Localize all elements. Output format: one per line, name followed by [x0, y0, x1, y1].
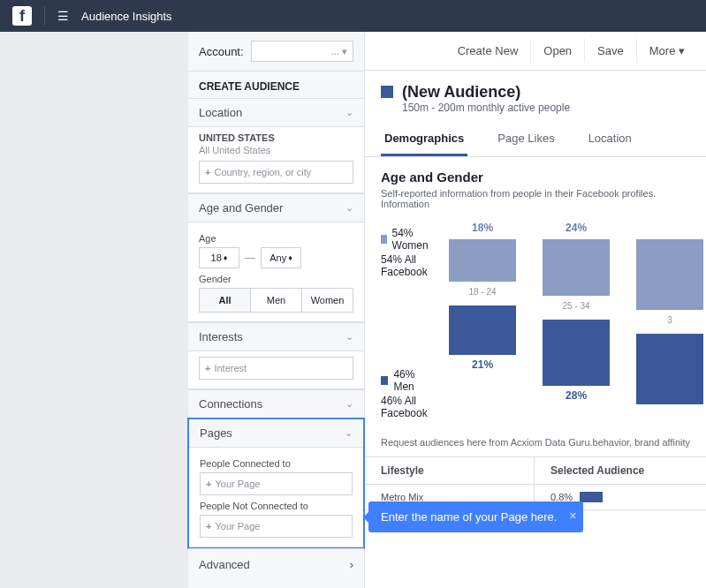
create-new-button[interactable]: Create New: [445, 39, 531, 63]
create-audience-heading: CREATE AUDIENCE: [188, 72, 364, 98]
women-bar-pct: 18%: [472, 222, 493, 236]
plus-icon: +: [205, 167, 210, 177]
x-label: 18 - 24: [469, 287, 497, 297]
plus-icon: +: [206, 521, 211, 531]
age-min-select[interactable]: 18♦: [199, 247, 239, 268]
chevron-down-icon: ⌄: [345, 427, 353, 439]
toolbar: Create New Open Save More ▾: [365, 32, 706, 71]
callout-text: Enter the name of your Page here.: [381, 510, 557, 524]
not-connected-label: People Not Connected to: [200, 501, 353, 511]
tabs: Demographics Page Likes Location: [365, 123, 706, 157]
account-select[interactable]: ... ▾: [251, 41, 353, 62]
section-connections[interactable]: Connections⌄: [188, 390, 364, 418]
section-pages[interactable]: Pages⌄: [189, 419, 363, 447]
gender-buttons: All Men Women: [199, 288, 353, 313]
audience-title: (New Audience): [402, 83, 570, 102]
th-selected-audience[interactable]: Selected Audience: [535, 457, 706, 484]
location-country: UNITED STATES: [199, 132, 353, 143]
open-button[interactable]: Open: [530, 39, 584, 63]
plus-icon: +: [205, 363, 210, 373]
divider: [44, 6, 45, 26]
close-icon[interactable]: ×: [569, 509, 576, 523]
age-gender-panel: Age 18♦ — Any♦ Gender All Men Women: [188, 222, 364, 321]
interest-input[interactable]: +Interest: [199, 357, 353, 380]
gender-men[interactable]: Men: [251, 289, 302, 312]
caret-down-icon: ▾: [679, 44, 685, 57]
men-bar: [449, 305, 516, 355]
women-sub: 54% All Facebook: [381, 253, 431, 278]
mini-bar: [580, 492, 603, 502]
men-legend-icon: [381, 376, 388, 385]
chevron-down-icon: ⌄: [345, 202, 353, 214]
gender-all[interactable]: All: [200, 289, 251, 312]
age-gender-desc: Self-reported information from people in…: [381, 188, 690, 209]
sidebar: Account: ... ▾ CREATE AUDIENCE Location⌄…: [188, 32, 365, 588]
section-interests[interactable]: Interests⌄: [188, 323, 364, 351]
location-panel: UNITED STATES All United States +Country…: [188, 126, 364, 192]
women-legend-icon: [381, 235, 387, 244]
save-button[interactable]: Save: [584, 39, 636, 63]
arrow-left-icon: [365, 512, 368, 523]
audience-meta: 150m - 200m monthly active people: [402, 102, 570, 114]
chevron-down-icon: ⌄: [345, 331, 353, 343]
chevron-down-icon: ⌄: [345, 107, 353, 118]
men-bar-pct: 21%: [472, 358, 493, 371]
interests-panel: +Interest: [188, 351, 364, 388]
chevron-right-icon: ›: [350, 558, 353, 571]
menu-icon[interactable]: ☰: [57, 9, 69, 23]
bar-col: 18%18 - 2421%: [449, 222, 516, 421]
age-label: Age: [199, 233, 353, 244]
men-bar: [636, 334, 703, 404]
chevron-down-icon: ⌄: [345, 398, 353, 410]
women-bar: [449, 239, 516, 282]
bar-col: 24%25 - 3428%: [543, 222, 610, 421]
men-bar-pct: 28%: [566, 389, 587, 402]
section-age-gender[interactable]: Age and Gender⌄: [188, 194, 364, 222]
connected-label: People Connected to: [200, 458, 353, 469]
location-input[interactable]: +Country, region, or city: [199, 161, 353, 184]
connected-page-input[interactable]: +Your Page: [200, 472, 353, 495]
th-lifestyle[interactable]: Lifestyle: [365, 457, 535, 484]
men-pct: 46% Men: [393, 368, 431, 393]
gender-label: Gender: [199, 274, 353, 284]
men-sub: 46% All Facebook: [381, 395, 431, 419]
pages-panel: People Connected to +Your Page People No…: [189, 447, 363, 547]
section-advanced[interactable]: Advanced›: [188, 548, 364, 580]
location-summary: All United States: [199, 145, 353, 155]
women-bar: [636, 239, 703, 310]
tooltip-callout: Enter the name of your Page here. ×: [368, 501, 583, 532]
facebook-logo-icon[interactable]: f: [12, 6, 32, 26]
page-title: Audience Insights: [81, 10, 172, 23]
section-location[interactable]: Location⌄: [188, 99, 364, 126]
gender-women[interactable]: Women: [302, 289, 353, 312]
women-bar-pct: 24%: [566, 222, 587, 236]
topbar: f ☰ Audience Insights: [0, 0, 706, 32]
bar-col: 3: [636, 222, 703, 421]
men-bar: [543, 320, 610, 386]
tab-location[interactable]: Location: [585, 123, 635, 156]
account-row: Account: ... ▾: [188, 32, 364, 72]
tab-demographics[interactable]: Demographics: [381, 123, 467, 156]
women-bar: [543, 239, 610, 296]
women-pct: 54% Women: [392, 227, 432, 252]
not-connected-page-input[interactable]: +Your Page: [200, 515, 353, 538]
audience-header: (New Audience) 150m - 200m monthly activ…: [365, 71, 706, 123]
age-max-select[interactable]: Any♦: [261, 247, 301, 268]
dash: —: [245, 252, 255, 264]
left-gutter: [0, 32, 188, 588]
age-gender-section: Age and Gender Self-reported information…: [365, 157, 706, 433]
age-gender-title: Age and Gender: [381, 170, 690, 185]
x-label: 25 - 34: [563, 301, 590, 311]
account-label: Account:: [199, 45, 244, 58]
chart: 54% Women 54% All Facebook 46% Men 46% A…: [381, 222, 690, 421]
more-button[interactable]: More ▾: [636, 39, 697, 63]
plus-icon: +: [206, 479, 211, 489]
audience-color-icon: [381, 86, 393, 98]
tab-page-likes[interactable]: Page Likes: [494, 123, 558, 156]
content: Create New Open Save More ▾ (New Audienc…: [365, 32, 706, 588]
x-label: 3: [667, 315, 672, 325]
